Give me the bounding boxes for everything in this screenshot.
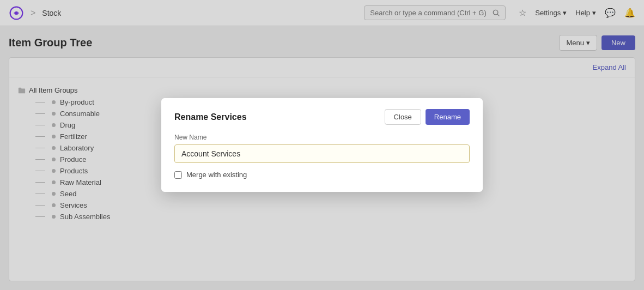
rename-dialog: Rename Services Close Rename New Name Me… <box>161 98 483 192</box>
dialog-title: Rename Services <box>174 112 247 122</box>
dialog-body: New Name Merge with existing <box>161 134 483 192</box>
merge-checkbox-row: Merge with existing <box>174 171 470 179</box>
merge-label[interactable]: Merge with existing <box>186 171 247 179</box>
dialog-overlay: Rename Services Close Rename New Name Me… <box>0 0 644 290</box>
new-name-label: New Name <box>174 134 470 141</box>
new-name-input[interactable] <box>174 144 470 163</box>
rename-button[interactable]: Rename <box>426 109 470 125</box>
dialog-header-actions: Close Rename <box>385 109 470 125</box>
close-button[interactable]: Close <box>385 109 421 125</box>
merge-checkbox[interactable] <box>174 171 182 179</box>
dialog-header: Rename Services Close Rename <box>161 98 483 134</box>
